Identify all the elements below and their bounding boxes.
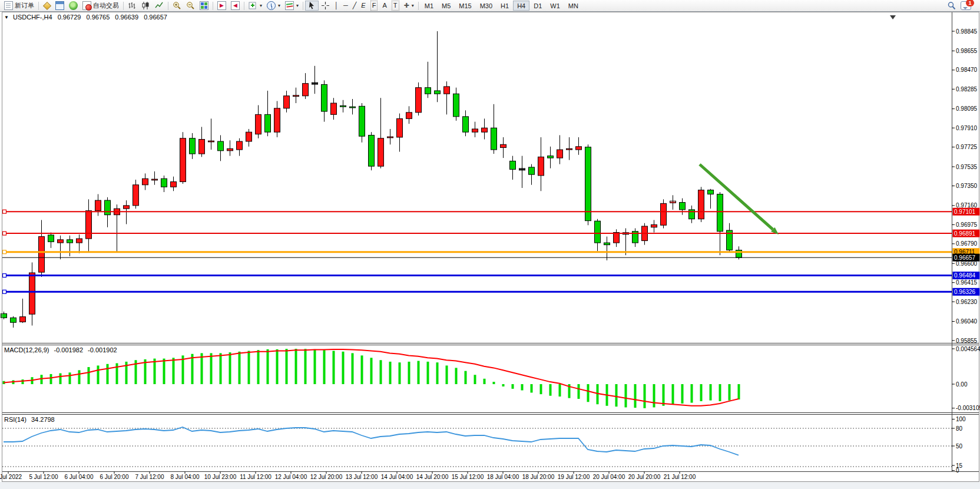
macd-histogram-bar <box>587 384 590 402</box>
new-order-button[interactable]: 新订单 <box>2 1 37 11</box>
signals-button[interactable] <box>67 1 80 11</box>
bar-chart-button[interactable] <box>125 1 139 11</box>
candlestick-chart-button[interactable] <box>139 1 153 11</box>
candle-body <box>416 88 422 113</box>
candle-body <box>293 95 299 97</box>
macd-histogram-bar <box>663 384 665 406</box>
hline-handle[interactable] <box>3 232 6 235</box>
candle-body <box>501 144 506 147</box>
macd-histogram-bar <box>634 384 637 408</box>
notifications-button[interactable]: 1 <box>958 1 974 11</box>
candle-body <box>708 190 714 194</box>
macd-histogram-bar <box>399 362 401 384</box>
toolbar-separator <box>123 2 124 10</box>
macd-histogram-bar <box>220 353 222 384</box>
price-chart-canvas[interactable]: 0.988450.986550.984700.982850.980950.979… <box>0 0 980 489</box>
template-icon <box>285 1 294 10</box>
candle-body <box>472 129 478 132</box>
macd-histogram-bar <box>549 384 552 396</box>
timeframe-m15-button[interactable]: M15 <box>455 1 475 11</box>
text-label-icon: T <box>392 1 399 11</box>
candle-body <box>11 318 16 322</box>
hline-handle[interactable] <box>3 210 6 213</box>
trendline-tool-button[interactable]: ╱ <box>350 1 359 11</box>
macd-histogram-bar <box>97 365 100 384</box>
macd-histogram-bar <box>427 362 429 384</box>
label-tool-button[interactable]: T <box>389 1 402 11</box>
price-axis-badge-label: 0.96326 <box>954 289 976 295</box>
horizontal-line-tool-button[interactable]: ─ <box>341 1 350 11</box>
rsi-axis-label: 100 <box>956 416 966 422</box>
candle-body <box>208 141 214 142</box>
line-chart-icon <box>155 1 164 10</box>
rsi-axis-label: 50 <box>956 443 963 450</box>
candle-body <box>340 105 346 107</box>
timeframe-m5-button[interactable]: M5 <box>438 1 455 11</box>
macd-histogram-bar <box>295 349 297 384</box>
cursor-tool-button[interactable] <box>305 1 319 11</box>
macd-histogram-bar <box>484 379 486 384</box>
hline-handle[interactable] <box>3 250 6 254</box>
hline-handle[interactable] <box>3 290 6 293</box>
cascade-button[interactable]: ◀ <box>229 1 242 11</box>
caret-down-icon: ▾ <box>260 3 262 8</box>
zoom-in-icon <box>173 1 181 10</box>
candle-body <box>717 194 723 232</box>
candle-body <box>171 181 177 187</box>
new-chart-button[interactable]: ▾ <box>246 1 264 11</box>
timeframe-mn-button[interactable]: MN <box>564 1 582 11</box>
toolbar-separator <box>418 2 419 10</box>
text-tool-button[interactable]: A <box>380 1 389 11</box>
timeframe-w1-button[interactable]: W1 <box>546 1 564 11</box>
hline-handle[interactable] <box>3 274 6 277</box>
tile-windows-button[interactable] <box>197 1 211 11</box>
timeframe-d1-button[interactable]: D1 <box>529 1 546 11</box>
candle-body <box>86 211 92 239</box>
candle-body <box>614 233 620 243</box>
price-axis-label: 0.97725 <box>956 144 978 150</box>
macd-axis-label: -0.003105 <box>956 405 980 411</box>
vertical-line-tool-button[interactable]: │ <box>332 1 341 11</box>
candle-body <box>359 106 365 136</box>
macd-histogram-bar <box>436 362 439 384</box>
timeframe-m30-button[interactable]: M30 <box>476 1 496 11</box>
caret-down-icon: ▾ <box>412 3 414 8</box>
macd-histogram-bar <box>493 382 495 384</box>
line-chart-button[interactable] <box>153 1 166 11</box>
candle-body <box>246 132 252 141</box>
metaeditor-button[interactable] <box>41 1 53 11</box>
search-button[interactable] <box>945 1 958 11</box>
arrows-tool-button[interactable]: ✚ ▾ <box>402 1 416 11</box>
time-axis-label: 20 Jul 20:00 <box>628 474 661 480</box>
macd-histogram-bar <box>88 367 90 384</box>
zoom-in-button[interactable] <box>170 1 184 11</box>
candle-body <box>39 237 45 273</box>
candle-body <box>444 87 450 94</box>
crosshair-tool-button[interactable] <box>319 1 332 11</box>
candle-body <box>425 88 431 94</box>
price-axis-label: 0.96790 <box>956 240 978 247</box>
candle-body <box>388 137 393 138</box>
zoom-out-button[interactable] <box>184 1 197 11</box>
macd-histogram-bar <box>342 352 345 384</box>
timeframe-h1-button[interactable]: H1 <box>496 1 513 11</box>
macd-histogram-bar <box>559 384 561 397</box>
period-button[interactable]: ▾ <box>264 1 283 11</box>
auto-arrange-button[interactable]: ▶ <box>215 1 229 11</box>
channel-tool-button[interactable]: E <box>359 1 368 11</box>
price-axis-label: 0.98845 <box>956 28 978 35</box>
time-axis-label: 21 Jul 12:00 <box>664 474 696 480</box>
new-order-icon <box>4 1 13 10</box>
auto-trading-button[interactable]: 自动交易 <box>80 1 121 11</box>
cursor-icon <box>307 1 316 10</box>
timeframe-m1-button[interactable]: M1 <box>421 1 438 11</box>
time-axis-label: 6 Jul 04:00 <box>65 474 94 480</box>
market-watch-button[interactable] <box>53 1 67 11</box>
candle-body <box>491 128 497 150</box>
candle-body <box>199 139 205 154</box>
auto-trading-icon <box>82 1 91 10</box>
price-axis-label: 0.98095 <box>956 105 978 112</box>
timeframe-h4-button[interactable]: H4 <box>513 1 529 11</box>
template-button[interactable]: ▾ <box>283 1 301 11</box>
fibonacci-tool-button[interactable]: F <box>368 1 380 11</box>
